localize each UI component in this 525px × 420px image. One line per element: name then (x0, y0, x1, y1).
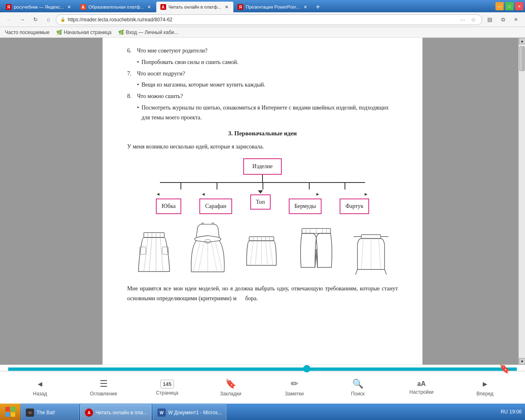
forward-button[interactable]: → (16, 14, 28, 25)
page-number: 145 (160, 380, 174, 388)
toolbar-toc[interactable]: ☰ Оглавление (89, 379, 118, 397)
list-text-8: Что можно сшить? (137, 91, 183, 101)
taskbar-browser[interactable]: A Читать онлайн в пла... (80, 404, 151, 420)
minimize-button[interactable]: — (495, 2, 504, 10)
arrow-left-1: ◄ (156, 190, 160, 198)
tab-1-close[interactable]: ✕ (66, 4, 72, 10)
bookmark-home-icon: 🌿 (56, 30, 62, 35)
new-tab-button[interactable]: + (312, 2, 324, 12)
section-intro: У меня возникло несколько идей, которые … (127, 142, 398, 152)
list-section: 6. Что мне советуют родители? • Попробов… (127, 46, 398, 123)
tab-4-label: Презентация PowerPoin... (246, 5, 300, 9)
toolbar-back[interactable]: ◂ Назад (26, 379, 55, 397)
settings-button[interactable]: ≡ (510, 14, 522, 25)
start-button[interactable] (0, 404, 21, 420)
word-icon-text: W (160, 411, 163, 415)
tab-4-close[interactable]: ✕ (302, 4, 308, 10)
arrow-down-3 (258, 190, 263, 194)
arrow-right-4: ► (315, 190, 320, 198)
window-controls: — □ ✕ (495, 2, 523, 10)
bookmark-icon-progress[interactable]: 🔖 (499, 363, 510, 374)
tab-1[interactable]: Я росучебник — Яндекс... ✕ (2, 2, 76, 12)
tab-3-label: Читать онлайн в платф... (169, 5, 221, 9)
toolbar-forward[interactable]: ▸ Вперед (471, 379, 500, 397)
tab-1-favicon: Я (6, 4, 11, 10)
scrollbar-thumb[interactable] (519, 46, 525, 71)
list-text-7: Что носят подруги? (137, 69, 185, 79)
tray-lang: RU (501, 409, 508, 415)
list-bullet-6: • Попробовать свои силы и сшить самой. (127, 57, 398, 67)
tab-3-close[interactable]: ✕ (224, 4, 229, 10)
taskbar-word-label: W Документ1 - Micros... (168, 410, 222, 415)
settings-label: Настройки (409, 389, 434, 395)
mindmap-vline (262, 175, 263, 182)
toolbar-settings[interactable]: аА Настройки (407, 380, 436, 395)
cloth-top (244, 235, 279, 276)
svg-line-24 (385, 269, 387, 274)
svg-rect-0 (144, 233, 164, 237)
page-content: 6. Что мне советуют родители? • Попробов… (0, 38, 525, 365)
scrollbar-down[interactable]: ▼ (519, 358, 525, 365)
svg-rect-26 (11, 407, 15, 411)
tab-2[interactable]: A Образовательная платф... ✕ (76, 2, 156, 12)
bullet-8: • (137, 103, 139, 123)
page-label: Страница (156, 390, 178, 396)
close-button[interactable]: ✕ (515, 2, 523, 10)
back-button[interactable]: ← (3, 14, 15, 25)
bookmark-login[interactable]: 🌿 Вход — Личный каби... (116, 29, 180, 36)
mindmap-node-4: Бермуды (289, 199, 322, 214)
home-button[interactable]: ⌂ (43, 14, 54, 25)
progress-bar-track[interactable]: 🔖 (8, 368, 517, 371)
tab-2-close[interactable]: ✕ (146, 4, 152, 10)
taskbar: 🦇 The Bat! A Читать онлайн в пла... W W … (0, 404, 525, 420)
maximize-button[interactable]: □ (505, 2, 514, 10)
svg-rect-28 (11, 412, 15, 417)
arrow-left-2: ◄ (201, 190, 205, 198)
arrow-right-5: ► (364, 190, 368, 198)
more-button[interactable]: ··· (458, 15, 467, 24)
list-item-7: 7. Что носят подруги? (127, 69, 398, 79)
scrollbar-up[interactable]: ▲ (519, 38, 525, 44)
page-inner: 6. Что мне советуют родители? • Попробов… (103, 38, 422, 365)
tab-3[interactable]: A Читать онлайн в платф... ✕ (156, 2, 234, 12)
settings-icon: аА (417, 380, 425, 388)
taskbar-bat[interactable]: 🦇 The Bat! (21, 404, 79, 420)
sarafan-svg (190, 222, 225, 276)
toolbar-page[interactable]: 145 Страница (153, 380, 182, 396)
sidebar-button[interactable]: ▤ (484, 14, 495, 25)
browser-icon: A (85, 409, 93, 417)
bookmark-frequent[interactable]: Часто посещаемые (3, 29, 51, 36)
bookmarks-label: Закладки (220, 391, 242, 397)
bookmark-home-label: Начальная страница (64, 30, 112, 35)
bullet-7: • (137, 80, 139, 90)
bookmark-home[interactable]: 🌿 Начальная страница (55, 29, 113, 36)
tray-time: 19:06 (509, 409, 522, 415)
search-label: Поиск (351, 391, 365, 397)
taskbar-word[interactable]: W W Документ1 - Micros... (153, 404, 226, 420)
address-bar[interactable]: 🔒 https://reader.lecta.rosuchebnik.ru/re… (56, 14, 482, 25)
title-bar: Я росучебник — Яндекс... ✕ A Образовател… (0, 0, 525, 12)
bookmark-star[interactable]: ☆ (469, 15, 478, 24)
list-item-6: 6. Что мне советуют родители? (127, 46, 398, 56)
tab-2-favicon: A (80, 4, 86, 10)
scrollbar[interactable]: ▲ ▼ (518, 38, 525, 365)
list-text-6: Что мне советуют родители? (137, 46, 208, 56)
mindmap: Изделие (127, 158, 398, 214)
toolbar-notes[interactable]: ✏ Заметки (280, 379, 309, 397)
mindmap-node-1: Юбка (156, 199, 181, 214)
branch-line-2 (217, 182, 217, 189)
toolbar-bookmarks[interactable]: 🔖 Закладки (217, 379, 245, 397)
closing-text: Мне нравятся все мои идеи моделей, но я … (127, 284, 398, 304)
tab-view-button[interactable]: ⧉ (497, 14, 509, 25)
bookmarks-bar: Часто посещаемые 🌿 Начальная страница 🌿 … (0, 27, 525, 38)
branch-5: ► Фартук (340, 190, 369, 214)
toolbar-search[interactable]: 🔍 Поиск (344, 379, 372, 397)
bookmark-frequent-label: Часто посещаемые (5, 30, 50, 35)
tab-4[interactable]: Я Презентация PowerPoin... ✕ (233, 2, 312, 12)
svg-rect-27 (5, 412, 10, 417)
cloth-sarafan (190, 222, 225, 276)
tab-2-label: Образовательная платф... (89, 5, 144, 9)
refresh-button[interactable]: ↻ (30, 14, 41, 25)
apron-svg (354, 228, 388, 276)
bat-icon: 🦇 (26, 409, 34, 417)
